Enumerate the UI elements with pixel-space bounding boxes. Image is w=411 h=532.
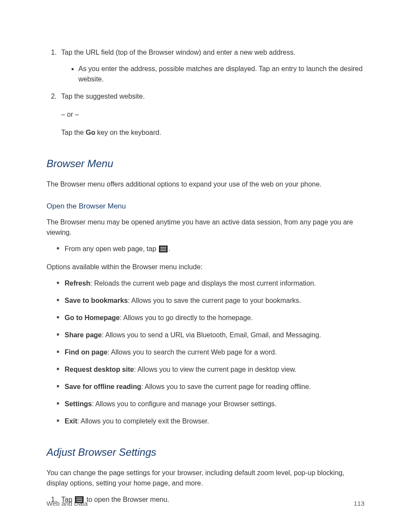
step-1-text: Tap the URL field (top of the Browser wi…	[61, 49, 296, 56]
open-instruction-suffix: .	[168, 245, 170, 252]
browser-menu-intro: The Browser menu offers additional optio…	[47, 179, 364, 190]
adjust-browser-settings-heading: Adjust Browser Settings	[47, 445, 364, 460]
option-settings: Settings: Allows you to configure and ma…	[59, 399, 364, 409]
option-desc: : Allows you to view the current page in…	[134, 366, 296, 373]
browser-menu-heading: Browser Menu	[47, 156, 364, 171]
option-desc: : Allows you to save the current page to…	[128, 297, 301, 304]
page-footer: Web and Data 113	[47, 500, 364, 507]
open-browser-menu-intro: The Browser menu may be opened anytime y…	[47, 217, 364, 238]
document-content: Tap the URL field (top of the Browser wi…	[47, 47, 364, 505]
adjust-browser-settings-intro: You can change the page settings for you…	[47, 468, 364, 488]
step-2-text: Tap the suggested website.	[61, 93, 145, 100]
open-browser-menu-heading: Open the Browser Menu	[47, 201, 364, 212]
option-label: Settings	[65, 400, 92, 408]
option-label: Go to Homepage	[65, 314, 120, 321]
step-1-subitem: As you enter the address, possible match…	[78, 64, 364, 84]
step-1: Tap the URL field (top of the Browser wi…	[59, 47, 364, 84]
option-desc: : Allows you to completely exit the Brow…	[77, 417, 209, 425]
option-label: Find on page	[65, 348, 108, 356]
option-save-offline: Save for offline reading: Allows you to …	[59, 382, 364, 392]
document-page: Tap the URL field (top of the Browser wi…	[0, 0, 411, 532]
open-instruction-item: From any open web page, tap .	[59, 244, 364, 254]
step-2-alternative: Tap the Go key on the keyboard.	[61, 128, 364, 138]
option-request-desktop: Request desktop site: Allows you to view…	[59, 364, 364, 375]
option-save-bookmarks: Save to bookmarks: Allows you to save th…	[59, 296, 364, 306]
option-find-on-page: Find on page: Allows you to search the c…	[59, 347, 364, 358]
option-label: Refresh	[65, 280, 90, 287]
open-instruction-prefix: From any open web page, tap	[65, 245, 158, 252]
option-go-homepage: Go to Homepage: Allows you to go directl…	[59, 313, 364, 323]
options-intro: Options available within the Browser men…	[47, 262, 364, 272]
open-instruction-list: From any open web page, tap .	[47, 244, 364, 254]
option-label: Request desktop site	[65, 366, 134, 373]
step-2: Tap the suggested website.	[59, 91, 364, 102]
option-label: Exit	[65, 417, 77, 425]
or-separator: – or –	[61, 109, 364, 120]
step-2-alt-prefix: Tap the	[61, 129, 86, 136]
step-1-sublist: As you enter the address, possible match…	[61, 64, 364, 84]
option-desc: : Allows you to save the current page fo…	[141, 383, 311, 390]
option-label: Save for offline reading	[65, 383, 141, 390]
option-desc: : Allows you to send a URL via Bluetooth…	[102, 331, 321, 339]
footer-section-label: Web and Data	[47, 500, 88, 507]
footer-page-number: 113	[354, 500, 364, 507]
option-desc: : Allows you to go directly to the homep…	[120, 314, 253, 321]
option-desc: : Reloads the current web page and displ…	[90, 280, 316, 287]
option-desc: : Allows you to search the current Web p…	[108, 348, 277, 356]
top-steps-list: Tap the URL field (top of the Browser wi…	[47, 47, 364, 102]
browser-options-list: Refresh: Reloads the current web page an…	[47, 278, 364, 426]
go-key-label: Go	[86, 129, 95, 136]
option-refresh: Refresh: Reloads the current web page an…	[59, 278, 364, 289]
option-exit: Exit: Allows you to completely exit the …	[59, 416, 364, 426]
option-share-page: Share page: Allows you to send a URL via…	[59, 330, 364, 340]
menu-icon	[159, 246, 168, 252]
option-label: Save to bookmarks	[65, 297, 128, 304]
option-label: Share page	[65, 331, 102, 339]
option-desc: : Allows you to configure and manage you…	[92, 400, 277, 408]
step-2-alt-suffix: key on the keyboard.	[95, 129, 161, 136]
